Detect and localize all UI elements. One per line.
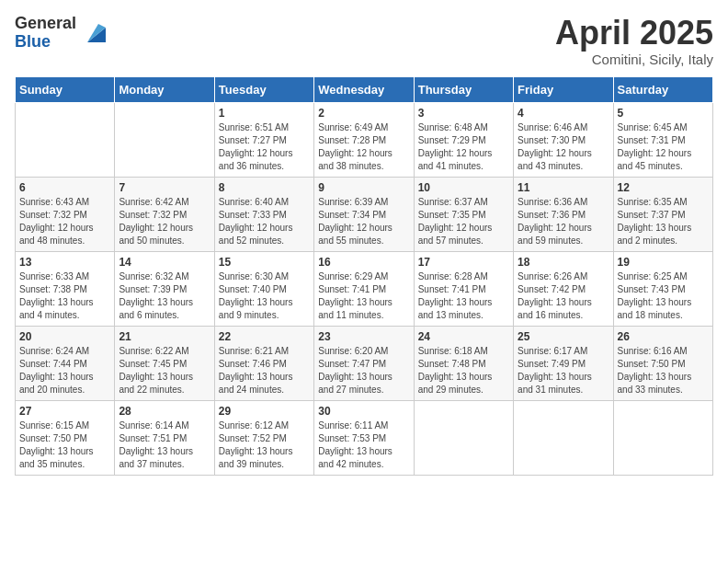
calendar-cell: 15Sunrise: 6:30 AM Sunset: 7:40 PM Dayli…: [214, 251, 313, 326]
day-header-sunday: Sunday: [16, 76, 115, 102]
calendar-cell: 5Sunrise: 6:45 AM Sunset: 7:31 PM Daylig…: [613, 102, 712, 177]
calendar-cell: 2Sunrise: 6:49 AM Sunset: 7:28 PM Daylig…: [314, 102, 414, 177]
day-info: Sunrise: 6:26 AM Sunset: 7:42 PM Dayligh…: [518, 270, 609, 322]
day-number: 30: [318, 405, 409, 418]
day-number: 5: [618, 107, 709, 120]
calendar-cell: 26Sunrise: 6:16 AM Sunset: 7:50 PM Dayli…: [613, 326, 712, 400]
day-number: 10: [418, 181, 509, 194]
day-number: 7: [119, 181, 210, 194]
day-number: 23: [318, 330, 409, 343]
day-info: Sunrise: 6:11 AM Sunset: 7:53 PM Dayligh…: [318, 419, 409, 471]
day-number: 8: [219, 181, 310, 194]
day-info: Sunrise: 6:17 AM Sunset: 7:49 PM Dayligh…: [518, 345, 609, 396]
day-info: Sunrise: 6:28 AM Sunset: 7:41 PM Dayligh…: [418, 270, 509, 322]
week-row-4: 20Sunrise: 6:24 AM Sunset: 7:44 PM Dayli…: [16, 326, 713, 400]
day-number: 12: [618, 181, 709, 194]
calendar-cell: 20Sunrise: 6:24 AM Sunset: 7:44 PM Dayli…: [16, 326, 115, 400]
day-number: 26: [618, 330, 709, 343]
day-number: 25: [518, 330, 609, 343]
day-header-wednesday: Wednesday: [314, 76, 414, 102]
calendar-cell: 6Sunrise: 6:43 AM Sunset: 7:32 PM Daylig…: [16, 177, 115, 251]
logo-blue-text: Blue: [15, 33, 76, 52]
day-info: Sunrise: 6:43 AM Sunset: 7:32 PM Dayligh…: [19, 196, 110, 247]
day-info: Sunrise: 6:29 AM Sunset: 7:41 PM Dayligh…: [318, 270, 409, 322]
day-info: Sunrise: 6:20 AM Sunset: 7:47 PM Dayligh…: [318, 345, 409, 396]
week-row-5: 27Sunrise: 6:15 AM Sunset: 7:50 PM Dayli…: [16, 400, 713, 475]
day-info: Sunrise: 6:45 AM Sunset: 7:31 PM Dayligh…: [618, 121, 709, 173]
calendar-cell: [16, 102, 115, 177]
calendar-cell: 9Sunrise: 6:39 AM Sunset: 7:34 PM Daylig…: [314, 177, 414, 251]
day-info: Sunrise: 6:49 AM Sunset: 7:28 PM Dayligh…: [318, 121, 409, 173]
day-info: Sunrise: 6:36 AM Sunset: 7:36 PM Dayligh…: [518, 196, 609, 247]
day-number: 13: [19, 256, 110, 269]
day-number: 24: [418, 330, 509, 343]
day-info: Sunrise: 6:12 AM Sunset: 7:52 PM Dayligh…: [219, 419, 310, 471]
day-number: 1: [219, 107, 310, 120]
day-info: Sunrise: 6:21 AM Sunset: 7:46 PM Dayligh…: [219, 345, 310, 396]
week-row-2: 6Sunrise: 6:43 AM Sunset: 7:32 PM Daylig…: [16, 177, 713, 251]
day-number: 11: [518, 181, 609, 194]
calendar-cell: 12Sunrise: 6:35 AM Sunset: 7:37 PM Dayli…: [613, 177, 712, 251]
day-info: Sunrise: 6:32 AM Sunset: 7:39 PM Dayligh…: [119, 270, 210, 322]
logo-general-text: General: [15, 15, 76, 33]
day-info: Sunrise: 6:40 AM Sunset: 7:33 PM Dayligh…: [219, 196, 310, 247]
calendar-cell: 14Sunrise: 6:32 AM Sunset: 7:39 PM Dayli…: [115, 251, 214, 326]
calendar-cell: 17Sunrise: 6:28 AM Sunset: 7:41 PM Dayli…: [414, 251, 513, 326]
calendar-cell: 1Sunrise: 6:51 AM Sunset: 7:27 PM Daylig…: [214, 102, 313, 177]
day-info: Sunrise: 6:30 AM Sunset: 7:40 PM Dayligh…: [219, 270, 310, 322]
calendar-cell: 21Sunrise: 6:22 AM Sunset: 7:45 PM Dayli…: [115, 326, 214, 400]
day-number: 14: [119, 256, 210, 269]
day-header-tuesday: Tuesday: [214, 76, 313, 102]
calendar-cell: 4Sunrise: 6:46 AM Sunset: 7:30 PM Daylig…: [514, 102, 613, 177]
day-number: 28: [119, 405, 210, 418]
day-header-saturday: Saturday: [613, 76, 712, 102]
day-header-friday: Friday: [514, 76, 613, 102]
day-info: Sunrise: 6:24 AM Sunset: 7:44 PM Dayligh…: [19, 345, 110, 396]
calendar-cell: 7Sunrise: 6:42 AM Sunset: 7:32 PM Daylig…: [115, 177, 214, 251]
title-block: April 2025 Comitini, Sicily, Italy: [555, 15, 713, 67]
day-info: Sunrise: 6:39 AM Sunset: 7:34 PM Dayligh…: [318, 196, 409, 247]
calendar-cell: 19Sunrise: 6:25 AM Sunset: 7:43 PM Dayli…: [613, 251, 712, 326]
day-number: 4: [518, 107, 609, 120]
calendar-cell: 22Sunrise: 6:21 AM Sunset: 7:46 PM Dayli…: [214, 326, 313, 400]
page-header: General Blue April 2025 Comitini, Sicily…: [15, 15, 713, 67]
calendar-cell: 3Sunrise: 6:48 AM Sunset: 7:29 PM Daylig…: [414, 102, 513, 177]
logo: General Blue: [15, 15, 106, 52]
day-info: Sunrise: 6:48 AM Sunset: 7:29 PM Dayligh…: [418, 121, 509, 173]
calendar-cell: 16Sunrise: 6:29 AM Sunset: 7:41 PM Dayli…: [314, 251, 414, 326]
day-info: Sunrise: 6:22 AM Sunset: 7:45 PM Dayligh…: [119, 345, 210, 396]
calendar-body: 1Sunrise: 6:51 AM Sunset: 7:27 PM Daylig…: [16, 102, 713, 475]
day-number: 22: [219, 330, 310, 343]
day-header-monday: Monday: [115, 76, 214, 102]
calendar-cell: [115, 102, 214, 177]
day-info: Sunrise: 6:42 AM Sunset: 7:32 PM Dayligh…: [119, 196, 210, 247]
calendar-cell: 27Sunrise: 6:15 AM Sunset: 7:50 PM Dayli…: [16, 400, 115, 475]
day-number: 15: [219, 256, 310, 269]
day-number: 2: [318, 107, 409, 120]
day-header-thursday: Thursday: [414, 76, 513, 102]
calendar-cell: [514, 400, 613, 475]
calendar-table: SundayMondayTuesdayWednesdayThursdayFrid…: [15, 76, 713, 476]
calendar-cell: 23Sunrise: 6:20 AM Sunset: 7:47 PM Dayli…: [314, 326, 414, 400]
week-row-3: 13Sunrise: 6:33 AM Sunset: 7:38 PM Dayli…: [16, 251, 713, 326]
day-info: Sunrise: 6:33 AM Sunset: 7:38 PM Dayligh…: [19, 270, 110, 322]
calendar-cell: 13Sunrise: 6:33 AM Sunset: 7:38 PM Dayli…: [16, 251, 115, 326]
calendar-cell: 18Sunrise: 6:26 AM Sunset: 7:42 PM Dayli…: [514, 251, 613, 326]
day-number: 18: [518, 256, 609, 269]
day-info: Sunrise: 6:51 AM Sunset: 7:27 PM Dayligh…: [219, 121, 310, 173]
day-info: Sunrise: 6:37 AM Sunset: 7:35 PM Dayligh…: [418, 196, 509, 247]
calendar-cell: 30Sunrise: 6:11 AM Sunset: 7:53 PM Dayli…: [314, 400, 414, 475]
week-row-1: 1Sunrise: 6:51 AM Sunset: 7:27 PM Daylig…: [16, 102, 713, 177]
day-number: 29: [219, 405, 310, 418]
day-number: 16: [318, 256, 409, 269]
calendar-cell: 29Sunrise: 6:12 AM Sunset: 7:52 PM Dayli…: [214, 400, 313, 475]
calendar-cell: 25Sunrise: 6:17 AM Sunset: 7:49 PM Dayli…: [514, 326, 613, 400]
day-number: 27: [19, 405, 110, 418]
calendar-cell: [613, 400, 712, 475]
day-info: Sunrise: 6:46 AM Sunset: 7:30 PM Dayligh…: [518, 121, 609, 173]
calendar-cell: 11Sunrise: 6:36 AM Sunset: 7:36 PM Dayli…: [514, 177, 613, 251]
location: Comitini, Sicily, Italy: [555, 52, 713, 67]
day-info: Sunrise: 6:25 AM Sunset: 7:43 PM Dayligh…: [618, 270, 709, 322]
calendar-cell: [414, 400, 513, 475]
day-number: 17: [418, 256, 509, 269]
